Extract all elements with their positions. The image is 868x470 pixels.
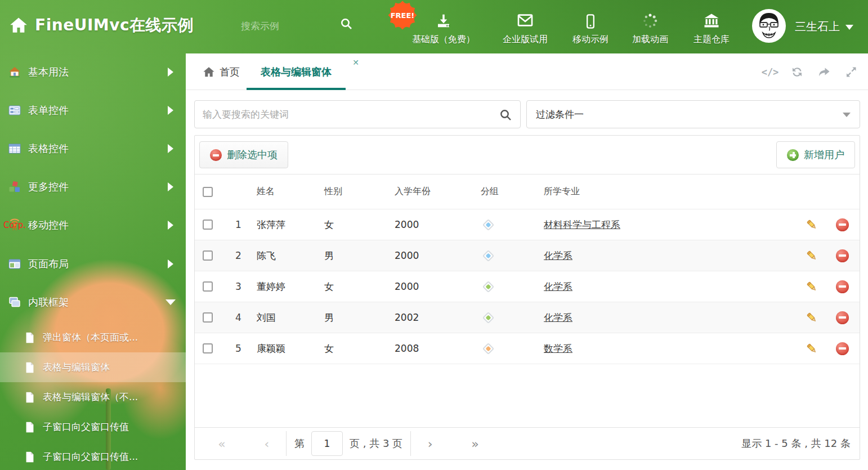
table-row: 5 康颖颖 女 2008 数学系 bbox=[195, 333, 860, 364]
table-row: 2 陈飞 男 2000 化学系 bbox=[195, 240, 860, 271]
main-content: 首页 表格与编辑窗体 ✕ </> 过滤条件一 bbox=[186, 53, 868, 470]
delete-row-icon[interactable] bbox=[836, 342, 849, 355]
grid-empty-area bbox=[195, 364, 860, 427]
divider bbox=[286, 431, 287, 456]
sidebar-item-basic-usage[interactable]: 基本用法 bbox=[0, 57, 186, 87]
sidebar-subitem-child-to-parent[interactable]: 子窗口向父窗口传值 bbox=[0, 412, 186, 442]
record-summary: 显示 1 - 5 条 , 共 12 条 bbox=[741, 437, 851, 450]
edit-pencil-icon[interactable] bbox=[806, 343, 817, 354]
page-number-input[interactable] bbox=[311, 431, 343, 456]
cell-name: 陈飞 bbox=[257, 249, 324, 262]
tab-toolbar: </> bbox=[763, 53, 858, 90]
close-icon[interactable]: ✕ bbox=[352, 58, 359, 67]
chevron-right-icon bbox=[168, 182, 173, 191]
column-header-year[interactable]: 入学年份 bbox=[395, 186, 476, 198]
row-checkbox[interactable] bbox=[203, 312, 213, 323]
chevron-down-icon bbox=[843, 113, 851, 117]
minus-icon bbox=[210, 149, 222, 161]
chevron-right-icon bbox=[168, 144, 173, 153]
sidebar-item-more-controls[interactable]: 更多控件 bbox=[0, 172, 186, 202]
prev-page-button[interactable]: ‹ bbox=[256, 437, 278, 451]
row-checkbox[interactable] bbox=[203, 281, 213, 292]
sidebar-subitem-child-to-parent-2[interactable]: 子窗口向父窗口传值... bbox=[0, 442, 186, 470]
file-icon bbox=[24, 361, 36, 374]
delete-row-icon[interactable] bbox=[836, 280, 849, 293]
menu-theme-repo[interactable]: 主题仓库 bbox=[672, 9, 751, 46]
avatar[interactable] bbox=[752, 9, 786, 43]
wireless-icon bbox=[8, 218, 21, 232]
table-icon bbox=[8, 142, 21, 155]
chevron-down-icon bbox=[845, 25, 853, 30]
edit-pencil-icon[interactable] bbox=[806, 281, 817, 292]
major-link[interactable]: 化学系 bbox=[544, 250, 572, 261]
sidebar-subitem-grid-edit-window-2[interactable]: 表格与编辑窗体（不... bbox=[0, 382, 186, 412]
major-link[interactable]: 数学系 bbox=[544, 343, 572, 354]
sidebar-item-mobile-controls[interactable]: 移动控件Corp. bbox=[0, 210, 186, 240]
chevron-right-icon bbox=[168, 106, 173, 115]
delete-row-icon[interactable] bbox=[836, 218, 849, 231]
filter-row: 过滤条件一 bbox=[194, 100, 860, 128]
file-icon bbox=[24, 391, 36, 404]
tag-icon bbox=[482, 280, 494, 292]
expand-icon[interactable] bbox=[844, 65, 858, 79]
next-page-button[interactable]: › bbox=[419, 437, 441, 451]
tab-grid-edit-window[interactable]: 表格与编辑窗体 ✕ bbox=[247, 53, 346, 90]
cell-name: 董婷婷 bbox=[257, 280, 324, 293]
tab-home[interactable]: 首页 bbox=[203, 53, 240, 90]
chevron-right-icon bbox=[168, 68, 173, 77]
delete-selected-button[interactable]: 删除选中项 bbox=[199, 141, 288, 168]
home-icon[interactable] bbox=[9, 16, 28, 35]
sidebar-subitem-grid-edit-window[interactable]: 表格与编辑窗体 bbox=[0, 352, 186, 382]
header-search-icon[interactable] bbox=[339, 17, 353, 30]
share-icon[interactable] bbox=[817, 65, 831, 79]
filter-dropdown[interactable]: 过滤条件一 bbox=[526, 100, 860, 128]
first-page-button[interactable]: « bbox=[211, 437, 233, 451]
tag-icon bbox=[482, 218, 494, 230]
sidebar-subitem-popup-window[interactable]: 弹出窗体（本页面或... bbox=[0, 323, 186, 352]
edit-pencil-icon[interactable] bbox=[806, 219, 817, 230]
cubes-icon bbox=[8, 180, 21, 194]
source-code-icon[interactable]: </> bbox=[763, 65, 777, 79]
chevron-down-icon bbox=[165, 299, 176, 305]
sidebar-item-inline-frame[interactable]: 内联框架 bbox=[0, 287, 186, 317]
refresh-icon[interactable] bbox=[790, 65, 804, 79]
sidebar-item-grid-controls[interactable]: 表格控件 bbox=[0, 133, 186, 164]
column-header-group[interactable]: 分组 bbox=[476, 186, 544, 198]
frames-icon bbox=[8, 296, 21, 309]
user-name-label: 三生石上 bbox=[795, 20, 840, 33]
user-menu[interactable]: 三生石上 bbox=[795, 19, 853, 34]
sidebar-item-form-controls[interactable]: 表单控件 bbox=[0, 95, 186, 126]
edit-pencil-icon[interactable] bbox=[806, 250, 817, 261]
table-row: 4 刘国 男 2002 化学系 bbox=[195, 302, 860, 333]
file-icon bbox=[24, 451, 36, 463]
column-header-major[interactable]: 所学专业 bbox=[544, 186, 799, 198]
free-badge: FREE! bbox=[387, 0, 418, 30]
keyword-search-input[interactable] bbox=[203, 101, 495, 128]
form-icon bbox=[8, 104, 21, 117]
row-checkbox[interactable] bbox=[203, 250, 213, 261]
major-link[interactable]: 化学系 bbox=[544, 281, 572, 292]
delete-row-icon[interactable] bbox=[836, 249, 849, 262]
column-header-name[interactable]: 姓名 bbox=[257, 186, 324, 198]
table-header-row: 姓名 性别 入学年份 分组 所学专业 bbox=[195, 174, 860, 209]
grid-toolbar: 删除选中项 新增用户 bbox=[195, 136, 860, 174]
file-icon bbox=[24, 421, 36, 433]
search-icon[interactable] bbox=[499, 108, 512, 122]
add-user-button[interactable]: 新增用户 bbox=[776, 141, 855, 168]
last-page-button[interactable]: » bbox=[464, 437, 486, 451]
layout-icon bbox=[8, 257, 21, 271]
delete-row-icon[interactable] bbox=[836, 311, 849, 324]
column-header-gender[interactable]: 性别 bbox=[324, 186, 395, 198]
edit-pencil-icon[interactable] bbox=[806, 312, 817, 323]
divider bbox=[410, 431, 411, 456]
major-link[interactable]: 材料科学与工程系 bbox=[544, 219, 620, 230]
table-row: 3 董婷婷 女 2000 化学系 bbox=[195, 271, 860, 302]
row-checkbox[interactable] bbox=[203, 343, 213, 353]
row-checkbox[interactable] bbox=[203, 220, 213, 230]
plus-icon bbox=[787, 149, 799, 161]
select-all-checkbox[interactable] bbox=[203, 187, 213, 197]
header-search-input[interactable] bbox=[241, 17, 334, 35]
sidebar-item-page-layout[interactable]: 页面布局 bbox=[0, 249, 186, 279]
major-link[interactable]: 化学系 bbox=[544, 312, 572, 323]
tab-bar: 首页 表格与编辑窗体 ✕ </> bbox=[186, 53, 868, 90]
